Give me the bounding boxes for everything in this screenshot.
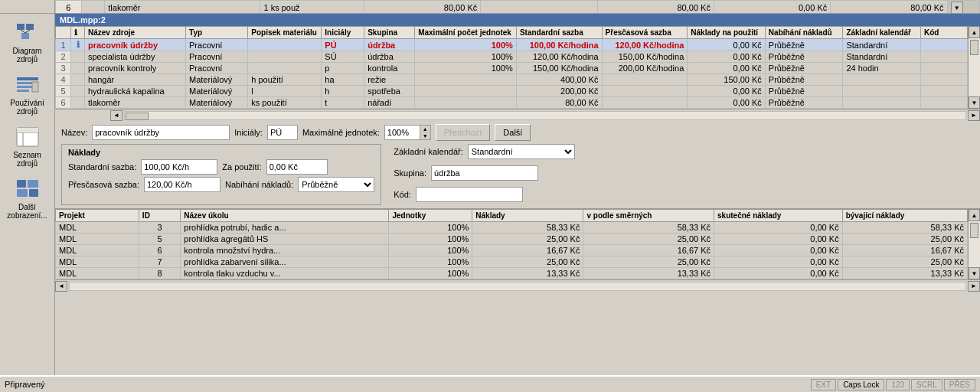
row-popisek[interactable] [248,39,322,51]
assign-scroll-thumb[interactable] [970,223,978,238]
row-name[interactable]: pracovník kontroly [85,63,186,74]
row-nabihani[interactable]: Průběžně [765,39,843,51]
row-std-sazba[interactable]: 100,00 Kč/hodina [516,39,602,51]
assign-table-row[interactable]: MDL 6 kontrola množství hydra... 100% 16… [56,245,968,256]
h-scroll-left[interactable]: ◄ [110,110,122,121]
kalendar-select[interactable]: Standardní 24 hodin [468,144,575,159]
prev-button[interactable]: Předchozí [436,124,491,141]
row-name[interactable]: hydraulická kapalina [85,86,186,97]
next-button[interactable]: Další [495,124,531,141]
row-kod[interactable] [920,51,967,63]
assign-scroll-down[interactable]: ▼ [969,267,980,279]
scroll-thumb[interactable] [970,40,978,55]
row-popisek[interactable] [248,63,322,74]
row-kalendar[interactable] [843,86,921,97]
sidebar-item-pouzivani[interactable]: Používání zdrojů [2,69,54,119]
row-name[interactable]: tlakoměr [85,97,186,109]
resource-table-row[interactable]: 4 hangár Materiálový h použití ha režie … [56,74,968,86]
row-kod[interactable] [920,63,967,74]
row-presc-sazba[interactable] [602,74,688,86]
row-kalendar[interactable] [843,74,921,86]
row-typ[interactable]: Materiálový [186,74,248,86]
row-name[interactable]: hangár [85,74,186,86]
resource-table-row[interactable]: 1 ℹ pracovník údržby Pracovní PÚ údržba … [56,39,968,51]
inicials-input[interactable] [267,125,298,140]
row-presc-sazba[interactable]: 120,00 Kč/hodina [602,39,688,51]
spinner-up[interactable]: ▲ [420,126,430,132]
sidebar-item-seznam[interactable]: Seznam zdrojů [2,121,54,172]
resource-v-scroll[interactable]: ▲ ▼ [968,26,980,109]
row-max[interactable] [415,74,517,86]
row-skupina[interactable]: kontrola [364,63,415,74]
row-kalendar[interactable]: Standardní [843,51,921,63]
row-popisek[interactable] [248,51,322,63]
assign-table-row[interactable]: MDL 3 prohlídka potrubí, hadic a... 100%… [56,222,968,234]
row-popisek[interactable]: l [248,86,322,97]
scroll-up-btn[interactable]: ▲ [969,26,980,38]
row-max[interactable] [415,97,517,109]
scroll-down-btn[interactable]: ▼ [969,96,980,109]
row-std-sazba[interactable]: 80,00 Kč [516,97,602,109]
assign-h-scroll[interactable]: ◄ ► [55,279,980,292]
row-skupina[interactable]: údržba [364,51,415,63]
row-max[interactable] [415,86,517,97]
row-inicials[interactable]: t [322,97,364,109]
row-typ[interactable]: Materiálový [186,86,248,97]
row-typ[interactable]: Pracovní [186,39,248,51]
row-inicials[interactable]: ha [322,74,364,86]
assign-table-row[interactable]: MDL 8 kontrola tlaku vzduchu v... 100% 1… [56,268,968,279]
h-scroll[interactable]: ◄ ► [55,109,980,121]
row-max[interactable]: 100% [415,51,517,63]
row-name[interactable]: pracovník údržby [85,39,186,51]
row-nabihani[interactable]: Průběžně [765,97,843,109]
nazev-input[interactable] [92,125,230,140]
row-kalendar[interactable]: Standardní [843,39,921,51]
resource-table-row[interactable]: 6 tlakoměr Materiálový ks použití t nářa… [56,97,968,109]
row-naklady[interactable]: 0,00 Kč [688,51,766,63]
assign-h-scroll-left[interactable]: ◄ [55,281,67,292]
row-std-sazba[interactable]: 150,00 Kč/hodina [516,63,602,74]
skupina-input[interactable] [431,165,538,181]
row-popisek[interactable]: h použití [248,74,322,86]
row-inicials[interactable]: PÚ [322,39,364,51]
row-kod[interactable] [920,74,967,86]
row-nabihani[interactable]: Průběžně [765,74,843,86]
resource-table-scroll[interactable]: ℹ Název zdroje Typ Popisek materiálu Ini… [55,26,968,109]
za-pouziti-input[interactable] [266,159,328,175]
resource-table-row[interactable]: 5 hydraulická kapalina Materiálový l h s… [56,86,968,97]
row-naklady[interactable]: 0,00 Kč [688,39,766,51]
resource-table-row[interactable]: 3 pracovník kontroly Pracovní p kontrola… [56,63,968,74]
row-inicials[interactable]: h [322,86,364,97]
sidebar-item-dalsi[interactable]: Další zobrazení... [2,173,54,224]
row-kod[interactable] [920,86,967,97]
row-nabihani[interactable]: Průběžně [765,86,843,97]
assign-h-scroll-right[interactable]: ► [968,281,980,292]
row-typ[interactable]: Pracovní [186,63,248,74]
row-kalendar[interactable]: 24 hodin [843,63,921,74]
std-sazba-input[interactable] [141,159,217,175]
row-skupina[interactable]: režie [364,74,415,86]
assign-scroll-up[interactable]: ▲ [969,209,980,221]
row-presc-sazba[interactable] [602,86,688,97]
resource-table-row[interactable]: 2 specialista údržby Pracovní SÚ údržba … [56,51,968,63]
row-max[interactable]: 100% [415,63,517,74]
h-scroll-right[interactable]: ► [968,110,980,121]
dropdown-btn[interactable]: ▼ [951,2,963,13]
kod-input[interactable] [416,187,523,202]
spinner-down[interactable]: ▼ [420,132,430,139]
row-naklady[interactable]: 0,00 Kč [688,86,766,97]
row-max[interactable]: 100% [415,39,517,51]
row-kalendar[interactable] [843,97,921,109]
row-kod[interactable] [920,97,967,109]
row-kod[interactable] [920,39,967,51]
assign-v-scroll[interactable]: ▲ ▼ [968,209,980,279]
max-jednostek-spinner[interactable]: ▲ ▼ [384,125,431,140]
row-std-sazba[interactable]: 120,00 Kč/hodina [516,51,602,63]
h-scroll-thumb[interactable] [126,113,149,120]
max-jednostek-input[interactable] [385,126,420,139]
row-skupina[interactable]: nářadí [364,97,415,109]
sidebar-item-diagram[interactable]: Diagram zdrojů [2,17,54,67]
row-naklady[interactable]: 0,00 Kč [688,97,766,109]
row-presc-sazba[interactable] [602,97,688,109]
row-inicials[interactable]: SÚ [322,51,364,63]
